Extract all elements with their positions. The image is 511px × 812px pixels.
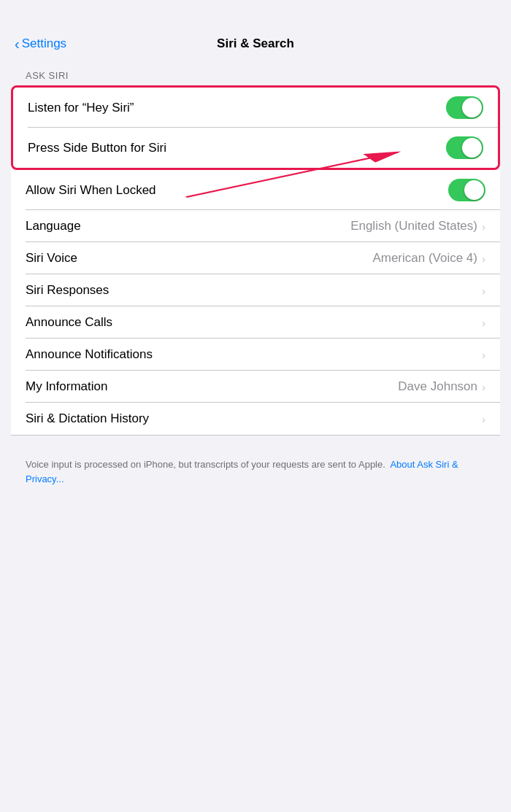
siri-history-value-group: › (482, 413, 485, 425)
back-label: Settings (22, 36, 66, 51)
language-value-group: English (United States) › (350, 219, 485, 233)
highlighted-settings-group: Listen for “Hey Siri” Press Side Button … (13, 88, 498, 168)
footer-text: Voice input is processed on iPhone, but … (11, 450, 500, 508)
section-label-ask-siri: ASK SIRI (11, 58, 500, 85)
nav-header: ‹ Settings Siri & Search (0, 0, 511, 58)
siri-responses-chevron-icon: › (482, 285, 485, 297)
footer-description: Voice input is processed on iPhone, but … (26, 459, 388, 470)
side-button-toggle[interactable] (446, 136, 483, 159)
announce-notifications-chevron-icon: › (482, 349, 485, 361)
hey-siri-toggle-knob (462, 98, 482, 117)
siri-voice-row[interactable]: Siri Voice American (Voice 4) › (11, 242, 500, 274)
language-row[interactable]: Language English (United States) › (11, 210, 500, 242)
siri-voice-label: Siri Voice (26, 251, 77, 266)
siri-voice-value-group: American (Voice 4) › (372, 251, 485, 266)
my-information-value-group: Dave Johnson › (398, 379, 485, 394)
language-value: English (United States) (350, 219, 477, 233)
siri-history-row[interactable]: Siri & Dictation History › (11, 403, 500, 435)
main-settings-group: Allow Siri When Locked Language English … (11, 170, 500, 436)
siri-responses-label: Siri Responses (26, 283, 109, 298)
announce-calls-label: Announce Calls (26, 315, 112, 330)
hey-siri-row[interactable]: Listen for “Hey Siri” (13, 88, 498, 128)
siri-responses-row[interactable]: Siri Responses › (11, 274, 500, 306)
announce-calls-chevron-icon: › (482, 317, 485, 329)
back-button[interactable]: ‹ Settings (15, 36, 66, 53)
siri-responses-value-group: › (482, 285, 485, 297)
my-information-row[interactable]: My Information Dave Johnson › (11, 371, 500, 403)
when-locked-toggle[interactable] (448, 179, 485, 201)
announce-calls-value-group: › (482, 317, 485, 329)
announce-calls-row[interactable]: Announce Calls › (11, 306, 500, 339)
when-locked-toggle-knob (464, 180, 484, 200)
siri-history-label: Siri & Dictation History (26, 411, 149, 426)
when-locked-label: Allow Siri When Locked (26, 183, 156, 198)
announce-notifications-label: Announce Notifications (26, 347, 153, 362)
siri-voice-chevron-icon: › (482, 252, 485, 265)
page-title: Siri & Search (217, 36, 294, 51)
side-button-row[interactable]: Press Side Button for Siri (13, 128, 498, 168)
announce-notifications-value-group: › (482, 349, 485, 361)
back-chevron-icon: ‹ (15, 36, 20, 53)
language-chevron-icon: › (482, 220, 485, 233)
when-locked-row[interactable]: Allow Siri When Locked (11, 170, 500, 210)
side-button-toggle-knob (462, 138, 482, 158)
settings-group-wrapper: Listen for “Hey Siri” Press Side Button … (11, 85, 500, 436)
hey-siri-toggle[interactable] (446, 96, 483, 119)
my-information-chevron-icon: › (482, 381, 485, 393)
content-area: ASK SIRI Listen for “Hey Siri” Press Sid… (0, 58, 511, 508)
language-label: Language (26, 219, 81, 233)
side-button-label: Press Side Button for Siri (28, 141, 166, 155)
announce-notifications-row[interactable]: Announce Notifications › (11, 339, 500, 371)
highlight-box: Listen for “Hey Siri” Press Side Button … (11, 85, 500, 170)
my-information-value: Dave Johnson (398, 379, 477, 394)
siri-voice-value: American (Voice 4) (372, 251, 477, 266)
hey-siri-label: Listen for “Hey Siri” (28, 101, 134, 115)
my-information-label: My Information (26, 379, 107, 394)
siri-history-chevron-icon: › (482, 413, 485, 425)
